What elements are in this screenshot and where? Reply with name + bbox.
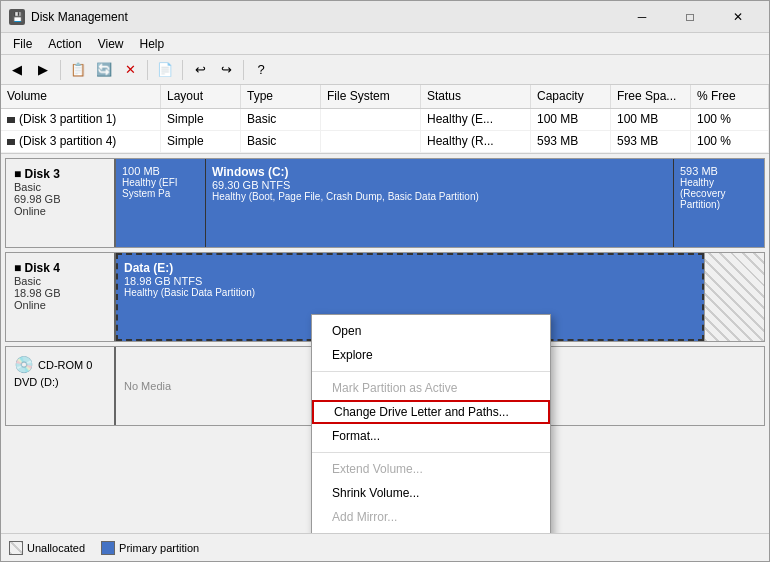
disk3-efi-partition[interactable]: 100 MB Healthy (EFI System Pa (116, 159, 206, 247)
cell-fs (321, 109, 421, 130)
cdrom0-type: DVD (D:) (14, 376, 106, 388)
toolbar-new[interactable]: 📄 (153, 58, 177, 82)
disk-icon (7, 139, 15, 145)
cell-pct: 100 % (691, 109, 769, 130)
ctx-shrink[interactable]: Shrink Volume... (312, 481, 550, 505)
disk4-size: 18.98 GB (14, 287, 106, 299)
disk4-type: Basic (14, 275, 106, 287)
windows-desc: Healthy (Boot, Page File, Crash Dump, Ba… (212, 191, 667, 202)
menu-file[interactable]: File (5, 33, 40, 55)
col-filesystem[interactable]: File System (321, 85, 421, 108)
col-layout[interactable]: Layout (161, 85, 241, 108)
toolbar-back[interactable]: ◀ (5, 58, 29, 82)
close-button[interactable]: ✕ (715, 1, 761, 33)
col-capacity[interactable]: Capacity (531, 85, 611, 108)
cell-type: Basic (241, 131, 321, 152)
toolbar-redo[interactable]: ↪ (214, 58, 238, 82)
disk3-recovery-partition[interactable]: 593 MB Healthy (Recovery Partition) (674, 159, 764, 247)
cell-status: Healthy (R... (421, 131, 531, 152)
disk4-status: Online (14, 299, 106, 311)
recovery-desc: Healthy (Recovery Partition) (680, 177, 758, 210)
ctx-format[interactable]: Format... (312, 424, 550, 448)
ctx-open[interactable]: Open (312, 319, 550, 343)
minimize-button[interactable]: ─ (619, 1, 665, 33)
toolbar-sep2 (147, 60, 148, 80)
col-type[interactable]: Type (241, 85, 321, 108)
ctx-sep1 (312, 371, 550, 372)
app-icon: 💾 (9, 9, 25, 25)
disk4-label: ■ Disk 4 Basic 18.98 GB Online (6, 253, 116, 341)
disk4-name: ■ Disk 4 (14, 261, 106, 275)
disk3-row: ■ Disk 3 Basic 69.98 GB Online 100 MB He… (5, 158, 765, 248)
data-desc: Healthy (Basic Data Partition) (124, 287, 696, 298)
legend-primary: Primary partition (101, 541, 199, 555)
data-name: Data (E:) (124, 261, 696, 275)
toolbar-sep4 (243, 60, 244, 80)
disk3-label: ■ Disk 3 Basic 69.98 GB Online (6, 159, 116, 247)
window-controls: ─ □ ✕ (619, 1, 761, 33)
col-pct[interactable]: % Free (691, 85, 769, 108)
menu-action[interactable]: Action (40, 33, 89, 55)
toolbar-properties[interactable]: 📋 (66, 58, 90, 82)
volume-table: (Disk 3 partition 1) Simple Basic Health… (1, 109, 769, 154)
menu-bar: File Action View Help (1, 33, 769, 55)
table-header: Volume Layout Type File System Status Ca… (1, 85, 769, 109)
disk3-name: ■ Disk 3 (14, 167, 106, 181)
data-size: 18.98 GB NTFS (124, 275, 696, 287)
ctx-extend: Extend Volume... (312, 457, 550, 481)
disk3-type: Basic (14, 181, 106, 193)
cell-free: 593 MB (611, 131, 691, 152)
efi-size: 100 MB (122, 165, 199, 177)
legend-unalloc: Unallocated (9, 541, 85, 555)
legend-primary-label: Primary partition (119, 542, 199, 554)
menu-view[interactable]: View (90, 33, 132, 55)
toolbar-refresh[interactable]: 🔄 (92, 58, 116, 82)
disk3-partitions: 100 MB Healthy (EFI System Pa Windows (C… (116, 159, 764, 247)
legend-unalloc-label: Unallocated (27, 542, 85, 554)
toolbar: ◀ ▶ 📋 🔄 ✕ 📄 ↩ ↪ ? (1, 55, 769, 85)
cell-capacity: 100 MB (531, 109, 611, 130)
toolbar-sep1 (60, 60, 61, 80)
disk4-unalloc-partition[interactable] (704, 253, 764, 341)
toolbar-sep3 (182, 60, 183, 80)
cell-status: Healthy (E... (421, 109, 531, 130)
col-volume[interactable]: Volume (1, 85, 161, 108)
cell-fs (321, 131, 421, 152)
cell-layout: Simple (161, 109, 241, 130)
ctx-sep2 (312, 452, 550, 453)
table-row[interactable]: (Disk 3 partition 4) Simple Basic Health… (1, 131, 769, 153)
col-free[interactable]: Free Spa... (611, 85, 691, 108)
efi-desc: Healthy (EFI System Pa (122, 177, 199, 199)
recovery-size: 593 MB (680, 165, 758, 177)
cell-volume: (Disk 3 partition 4) (1, 131, 161, 152)
cell-pct: 100 % (691, 131, 769, 152)
ctx-change-drive[interactable]: Change Drive Letter and Paths... (312, 400, 550, 424)
menu-help[interactable]: Help (132, 33, 173, 55)
disk3-status: Online (14, 205, 106, 217)
title-bar: 💾 Disk Management ─ □ ✕ (1, 1, 769, 33)
cdrom0-name: CD-ROM 0 (38, 359, 92, 371)
disk-management-window: 💾 Disk Management ─ □ ✕ File Action View… (0, 0, 770, 562)
disk-area: ■ Disk 3 Basic 69.98 GB Online 100 MB He… (1, 154, 769, 533)
ctx-explore[interactable]: Explore (312, 343, 550, 367)
toolbar-help[interactable]: ? (249, 58, 273, 82)
table-row[interactable]: (Disk 3 partition 1) Simple Basic Health… (1, 109, 769, 131)
disk-icon (7, 117, 15, 123)
disk3-size: 69.98 GB (14, 193, 106, 205)
windows-name: Windows (C:) (212, 165, 667, 179)
ctx-delete[interactable]: Delete Volume... (312, 529, 550, 533)
toolbar-undo[interactable]: ↩ (188, 58, 212, 82)
legend-primary-box (101, 541, 115, 555)
cell-capacity: 593 MB (531, 131, 611, 152)
window-title: Disk Management (31, 10, 619, 24)
ctx-mark-active: Mark Partition as Active (312, 376, 550, 400)
cell-type: Basic (241, 109, 321, 130)
cell-layout: Simple (161, 131, 241, 152)
maximize-button[interactable]: □ (667, 1, 713, 33)
cdrom0-label: 💿 CD-ROM 0 DVD (D:) (6, 347, 116, 425)
toolbar-delete[interactable]: ✕ (118, 58, 142, 82)
toolbar-forward[interactable]: ▶ (31, 58, 55, 82)
col-status[interactable]: Status (421, 85, 531, 108)
disk3-windows-partition[interactable]: Windows (C:) 69.30 GB NTFS Healthy (Boot… (206, 159, 674, 247)
cdrom-icon: 💿 (14, 355, 34, 374)
